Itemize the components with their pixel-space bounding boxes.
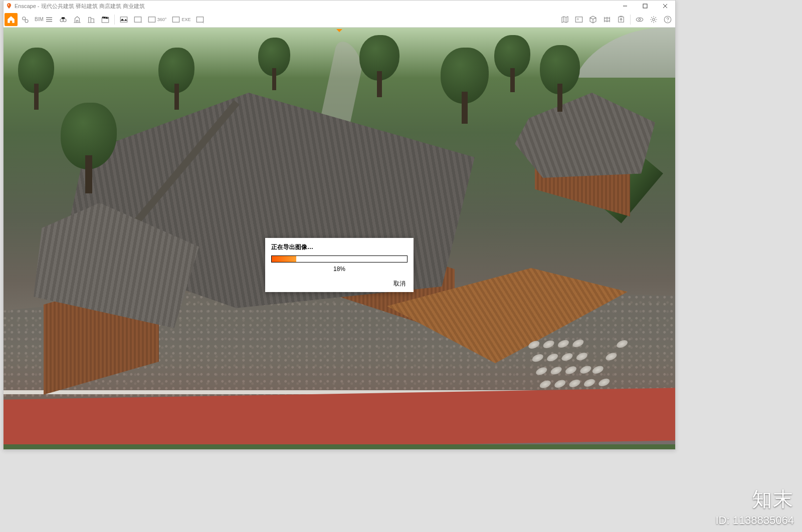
scene-tree (435, 48, 495, 128)
toolbar-separator (114, 15, 115, 25)
exe-label: EXE (181, 17, 190, 22)
svg-rect-9 (173, 17, 180, 22)
app-name: Enscape (15, 3, 36, 9)
svg-rect-11 (575, 17, 582, 22)
home-button[interactable] (5, 13, 18, 26)
dialog-title: 正在导出图像… (271, 243, 408, 251)
svg-rect-7 (134, 17, 141, 22)
document-title: 现代公共建筑 驿站建筑 商店建筑 商业建筑 (41, 3, 145, 10)
title-sep: - (36, 3, 41, 9)
bim-label: BIM (35, 17, 44, 22)
svg-point-12 (577, 18, 578, 20)
svg-rect-10 (197, 17, 204, 22)
scene-grass-strip (4, 444, 675, 449)
toolbar-separator (630, 15, 631, 25)
minimize-button[interactable] (615, 1, 635, 12)
scene-tree (254, 38, 294, 93)
video-clapper-button[interactable] (99, 13, 112, 26)
visual-settings-button[interactable] (633, 13, 646, 26)
dialog-actions: 取消 (271, 280, 408, 288)
svg-point-15 (653, 18, 655, 21)
minimap-button[interactable] (558, 13, 571, 26)
svg-rect-0 (643, 4, 647, 8)
panorama-360-button[interactable]: 360° (145, 13, 169, 26)
svg-point-2 (25, 20, 28, 23)
toolbar: BIM 360° EXE (4, 12, 675, 28)
upload-button[interactable] (615, 13, 628, 26)
export-dropdown-button[interactable] (193, 13, 207, 26)
svg-point-3 (60, 19, 63, 22)
enscape-logo-icon (6, 3, 13, 10)
chevron-down-icon (336, 28, 343, 33)
watermark-id: ID: 1138835064 (715, 514, 794, 527)
scene-tree (14, 48, 59, 113)
scene-tree (54, 103, 124, 198)
layers-button[interactable] (71, 13, 84, 26)
scene-tree (354, 35, 405, 100)
scene-tree (490, 35, 535, 95)
export-exe-icon (171, 15, 180, 24)
svg-point-17 (667, 21, 668, 21)
help-button[interactable] (661, 13, 674, 26)
binoculars-button[interactable] (57, 13, 70, 26)
cancel-button[interactable]: 取消 (391, 279, 408, 288)
progress-fill (272, 256, 296, 262)
titlebar[interactable]: Enscape - 现代公共建筑 驿站建筑 商店建筑 商业建筑 (4, 1, 675, 12)
toolbar-right-group (558, 13, 674, 26)
svg-rect-8 (148, 17, 155, 22)
general-settings-button[interactable] (647, 13, 660, 26)
window-controls (615, 1, 675, 12)
asset-library-button[interactable] (572, 13, 585, 26)
maximize-button[interactable] (635, 1, 655, 12)
panorama-icon (147, 15, 156, 24)
svg-point-4 (63, 19, 66, 22)
panorama-gallery-button[interactable] (600, 13, 614, 26)
svg-point-13 (636, 18, 643, 22)
scene-road (576, 28, 675, 78)
pin-location-button[interactable] (19, 13, 32, 26)
export-exe-button[interactable]: EXE (169, 13, 192, 26)
pano-label: 360° (157, 17, 167, 22)
cube-manage-button[interactable] (586, 13, 599, 26)
close-button[interactable] (655, 1, 675, 12)
progress-bar (271, 255, 408, 262)
scene-tree (154, 48, 199, 113)
progress-percent-label: 18% (271, 265, 408, 273)
scene-tree (535, 45, 585, 115)
expand-handle[interactable] (331, 28, 347, 34)
svg-point-14 (639, 19, 641, 21)
watermark-brand: 知末 (715, 485, 794, 513)
svg-point-1 (23, 17, 26, 20)
buildings-button[interactable] (85, 13, 98, 26)
bim-menu-button[interactable]: BIM (33, 13, 56, 26)
menu-lines-icon (45, 15, 54, 24)
screenshot-button[interactable] (117, 13, 130, 26)
app-window: Enscape - 现代公共建筑 驿站建筑 商店建筑 商业建筑 BIM 360°… (3, 0, 676, 450)
export-progress-dialog: 正在导出图像… 18% 取消 (265, 238, 414, 292)
watermark: 知末 ID: 1138835064 (715, 485, 794, 527)
render-viewport[interactable]: 正在导出图像… 18% 取消 (4, 28, 675, 449)
screenshot-settings-button[interactable] (131, 13, 144, 26)
